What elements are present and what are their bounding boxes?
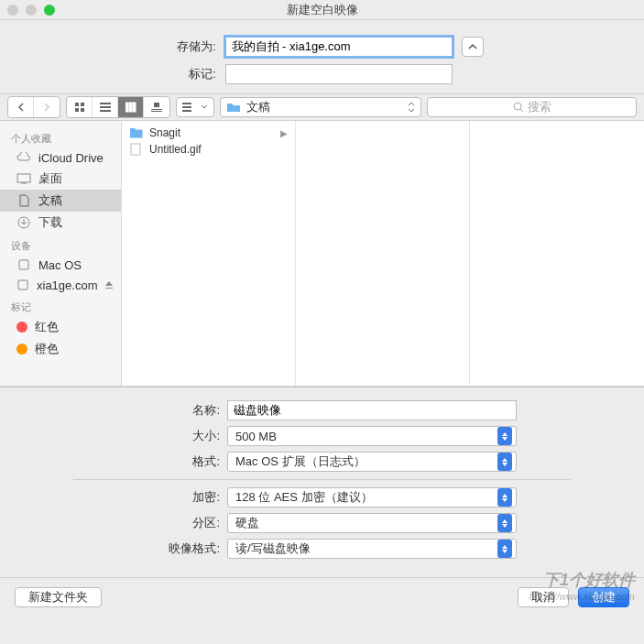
new-folder-button[interactable]: 新建文件夹 xyxy=(15,587,102,607)
search-field[interactable]: 搜索 xyxy=(427,97,637,117)
file-icon xyxy=(129,143,144,156)
downloads-icon xyxy=(16,215,31,230)
save-as-input[interactable] xyxy=(225,37,453,57)
forward-button[interactable] xyxy=(34,97,60,117)
svg-rect-0 xyxy=(75,103,79,106)
name-input[interactable] xyxy=(227,400,517,420)
column-view-button[interactable] xyxy=(118,97,144,117)
save-as-label: 存储为: xyxy=(161,38,216,55)
tag-dot-icon xyxy=(16,322,27,333)
tag-dot-icon xyxy=(16,344,27,355)
expand-button[interactable] xyxy=(462,37,484,57)
chevron-right-icon xyxy=(43,103,50,112)
save-panel: 存储为: 标记: xyxy=(0,20,644,93)
svg-rect-4 xyxy=(100,103,111,104)
svg-rect-6 xyxy=(100,110,111,112)
svg-rect-7 xyxy=(126,103,128,112)
coverflow-icon xyxy=(151,102,162,113)
coverflow-view-button[interactable] xyxy=(144,97,169,117)
updown-icon xyxy=(497,453,512,471)
disk-icon xyxy=(16,257,31,272)
svg-rect-9 xyxy=(133,103,136,112)
columns-icon xyxy=(126,102,136,113)
image-format-label: 映像格式: xyxy=(18,540,220,557)
svg-rect-10 xyxy=(154,103,159,107)
column-2[interactable] xyxy=(296,121,470,386)
sidebar: 个人收藏 iCloud Drive 桌面 文稿 下载 设备 Mac OS xia… xyxy=(0,121,122,386)
sidebar-item-icloud[interactable]: iCloud Drive xyxy=(0,147,121,168)
sidebar-item-documents[interactable]: 文稿 xyxy=(0,190,121,212)
updown-icon xyxy=(497,488,512,507)
svg-rect-8 xyxy=(129,103,132,112)
image-format-select[interactable]: 读/写磁盘映像 xyxy=(227,539,517,559)
folder-icon xyxy=(129,126,144,139)
svg-rect-14 xyxy=(182,106,191,108)
nav-buttons xyxy=(7,96,60,118)
tags-label: 标记: xyxy=(161,66,216,82)
svg-rect-3 xyxy=(81,108,84,112)
group-icon xyxy=(182,102,195,113)
updown-icon xyxy=(497,514,512,532)
view-mode-buttons xyxy=(66,96,170,118)
icon-view-button[interactable] xyxy=(67,97,93,117)
list-view-button[interactable] xyxy=(93,97,118,117)
partition-label: 分区: xyxy=(18,515,220,531)
svg-rect-2 xyxy=(75,108,79,112)
sidebar-item-macos[interactable]: Mac OS xyxy=(0,255,121,275)
svg-rect-1 xyxy=(81,103,84,106)
tags-header: 标记 xyxy=(0,295,121,316)
list-item[interactable]: Untitled.gif xyxy=(122,141,295,158)
svg-rect-22 xyxy=(18,280,27,289)
location-label: 文稿 xyxy=(246,99,270,115)
eject-icon[interactable] xyxy=(104,278,114,292)
sidebar-item-downloads[interactable]: 下载 xyxy=(0,212,121,234)
sidebar-item-desktop[interactable]: 桌面 xyxy=(0,168,121,190)
sidebar-tag-orange[interactable]: 橙色 xyxy=(0,338,121,360)
size-select[interactable]: 500 MB xyxy=(227,426,517,446)
file-browser: 个人收藏 iCloud Drive 桌面 文稿 下载 设备 Mac OS xia… xyxy=(0,121,644,387)
back-button[interactable] xyxy=(8,97,34,117)
name-label: 名称: xyxy=(18,402,220,419)
location-popup[interactable]: 文稿 xyxy=(220,97,421,117)
tags-input[interactable] xyxy=(225,64,453,84)
updown-icon xyxy=(497,427,512,445)
encryption-select[interactable]: 128 位 AES 加密（建议） xyxy=(227,487,517,508)
cloud-icon xyxy=(16,150,31,165)
format-select[interactable]: Mac OS 扩展（日志式） xyxy=(227,452,517,472)
svg-line-17 xyxy=(520,109,523,112)
disclosure-arrow-icon: ▶ xyxy=(280,128,288,138)
list-item[interactable]: Snagit ▶ xyxy=(122,125,295,141)
chevron-down-icon xyxy=(201,104,208,110)
column-3[interactable] xyxy=(470,121,644,386)
list-icon xyxy=(100,102,111,113)
updown-icon xyxy=(408,102,415,113)
devices-header: 设备 xyxy=(0,234,121,255)
svg-point-16 xyxy=(514,103,521,110)
close-window-button[interactable] xyxy=(7,5,18,16)
desktop-icon xyxy=(16,171,31,186)
sidebar-tag-red[interactable]: 红色 xyxy=(0,316,121,338)
group-popup[interactable] xyxy=(176,97,214,117)
partition-select[interactable]: 硬盘 xyxy=(227,513,517,533)
svg-rect-23 xyxy=(131,144,140,155)
column-view: Snagit ▶ Untitled.gif xyxy=(122,121,644,386)
options-panel: 名称: 大小:500 MB 格式:Mac OS 扩展（日志式） 加密:128 位… xyxy=(0,387,644,577)
grid-icon xyxy=(74,102,85,113)
zoom-window-button[interactable] xyxy=(44,5,55,16)
svg-rect-15 xyxy=(182,110,191,112)
chevron-left-icon xyxy=(17,103,25,112)
disk-icon xyxy=(16,278,29,292)
minimize-window-button[interactable] xyxy=(26,5,37,16)
updown-icon xyxy=(497,540,512,558)
documents-icon xyxy=(16,193,31,208)
folder-icon xyxy=(226,102,241,113)
svg-rect-18 xyxy=(17,174,30,182)
search-icon xyxy=(513,102,524,113)
window-title: 新建空白映像 xyxy=(0,2,644,18)
svg-rect-13 xyxy=(182,103,191,104)
format-label: 格式: xyxy=(18,453,220,470)
svg-rect-11 xyxy=(151,109,162,110)
sidebar-item-xia1ge[interactable]: xia1ge.com xyxy=(0,275,121,295)
column-1[interactable]: Snagit ▶ Untitled.gif xyxy=(122,121,296,386)
favorites-header: 个人收藏 xyxy=(0,126,121,147)
